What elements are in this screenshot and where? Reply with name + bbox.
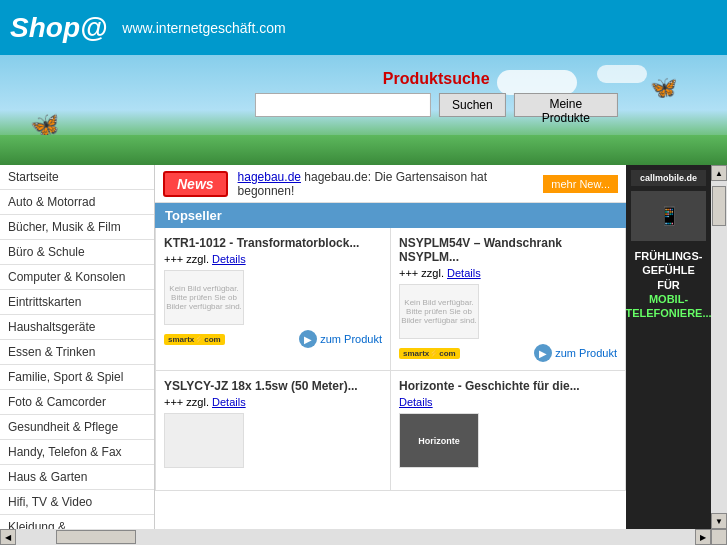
scroll-thumb[interactable]	[712, 186, 726, 226]
product-title-3: YSLYCY-JZ 18x 1.5sw (50 Meter)...	[164, 379, 382, 393]
my-products-button[interactable]: Meine Produkte	[514, 93, 618, 117]
hscroll-left-arrow[interactable]: ◀	[0, 529, 16, 545]
sidebar-item-kleidung[interactable]: Kleidung &	[0, 515, 154, 529]
smartx-badge-1: smartx⚡com	[164, 334, 225, 345]
product-bottom-2: smartx⚡com ▶ zum Produkt	[399, 344, 617, 362]
search-bar: Produktsuche Suchen Meine Produkte	[254, 70, 618, 117]
hscroll-thumb[interactable]	[56, 530, 136, 544]
product-title-1: KTR1-1012 - Transformatorblock...	[164, 236, 382, 250]
vertical-scrollbar: ▲ ▼	[711, 165, 727, 529]
product-detail-link-2[interactable]: Details	[447, 267, 481, 279]
page-outer: Shop@ www.internetgeschäft.com 🦋 🦋 Produ…	[0, 0, 727, 545]
sidebar-item-eintrittskarten[interactable]: Eintrittskarten	[0, 290, 154, 315]
sidebar-item-hifi[interactable]: Hifi, TV & Video	[0, 490, 154, 515]
search-button[interactable]: Suchen	[439, 93, 506, 117]
ad-image: 📱	[631, 191, 706, 241]
product-img-2: Kein Bild verfügbar.Bitte prüfen Sie obB…	[399, 284, 479, 339]
search-row: Suchen Meine Produkte	[254, 93, 618, 117]
callmobile-header[interactable]: callmobile.de	[631, 170, 706, 186]
sidebar-item-startseite[interactable]: Startseite	[0, 165, 154, 190]
scroll-down-arrow[interactable]: ▼	[711, 513, 727, 529]
product-subtext-1: +++ zzgl. Details	[164, 253, 382, 265]
arrow-circle-1: ▶	[299, 330, 317, 348]
scroll-corner	[711, 529, 727, 545]
product-detail-link-3[interactable]: Details	[212, 396, 246, 408]
product-subtext-3: +++ zzgl. Details	[164, 396, 382, 408]
sidebar-item-foto[interactable]: Foto & Camcorder	[0, 390, 154, 415]
search-input[interactable]	[254, 93, 431, 117]
sidebar-item-haus[interactable]: Haus & Garten	[0, 465, 154, 490]
product-bottom-1: smartx⚡com ▶ zum Produkt	[164, 330, 382, 348]
sidebar-item-familie[interactable]: Familie, Sport & Spiel	[0, 365, 154, 390]
sidebar-item-haushaltsgeraete[interactable]: Haushaltsgeräte	[0, 315, 154, 340]
ad-column: callmobile.de 📱 FRÜHLINGS- GEFÜHLE FÜR M…	[626, 165, 711, 529]
topseller-header: Topseller	[155, 203, 626, 228]
product-grid: KTR1-1012 - Transformatorblock... +++ zz…	[155, 228, 626, 491]
scroll-up-arrow[interactable]: ▲	[711, 165, 727, 181]
news-link[interactable]: hagebau.de	[238, 170, 301, 184]
zum-produkt-label-1: zum Produkt	[320, 333, 382, 345]
ad-line-4: MOBIL-	[649, 293, 688, 305]
grass	[0, 135, 727, 165]
sidebar-item-handy[interactable]: Handy, Telefon & Fax	[0, 440, 154, 465]
site-url: www.internetgeschäft.com	[122, 20, 285, 36]
zum-produkt-btn-2[interactable]: ▶ zum Produkt	[534, 344, 617, 362]
product-cell-3: YSLYCY-JZ 18x 1.5sw (50 Meter)... +++ zz…	[156, 371, 391, 491]
smartx-badge-2: smartx⚡com	[399, 348, 460, 359]
ad-line-1: FRÜHLINGS-	[635, 250, 703, 262]
sidebar-item-buero[interactable]: Büro & Schule	[0, 240, 154, 265]
sidebar-item-gesundheit[interactable]: Gesundheit & Pflege	[0, 415, 154, 440]
product-cell-1: KTR1-1012 - Transformatorblock... +++ zz…	[156, 228, 391, 371]
zum-produkt-btn-1[interactable]: ▶ zum Produkt	[299, 330, 382, 348]
product-title-2: NSYPLM54V – Wandschrank NSYPLM...	[399, 236, 617, 264]
product-detail-link-4[interactable]: Details	[399, 396, 433, 408]
sidebar-item-essen[interactable]: Essen & Trinken	[0, 340, 154, 365]
news-text: hagebau.de hagebau.de: Die Gartensaison …	[238, 170, 544, 198]
sidebar: Startseite Auto & Motorrad Bücher, Musik…	[0, 165, 155, 529]
news-badge: News	[163, 171, 228, 197]
sky-banner: 🦋 🦋 Produktsuche Suchen Meine Produkte	[0, 55, 727, 165]
ad-line-3: FÜR	[657, 279, 680, 291]
sidebar-item-computer[interactable]: Computer & Konsolen	[0, 265, 154, 290]
bottom-section: Startseite Auto & Motorrad Bücher, Musik…	[0, 165, 727, 529]
product-title-4: Horizonte - Geschichte für die...	[399, 379, 617, 393]
horizontal-scrollbar: ◀ ▶	[0, 529, 727, 545]
product-subtext-4: Details	[399, 396, 617, 408]
butterfly-right-icon: 🦋	[650, 75, 677, 101]
arrow-circle-2: ▶	[534, 344, 552, 362]
product-img-1: Kein Bild verfügbar.Bitte prüfen Sie obB…	[164, 270, 244, 325]
ad-text: FRÜHLINGS- GEFÜHLE FÜR MOBIL- TELEFONIER…	[626, 249, 711, 320]
main-content: News hagebau.de hagebau.de: Die Gartensa…	[155, 165, 626, 529]
header: Shop@ www.internetgeschäft.com	[0, 0, 727, 55]
product-subtext-2: +++ zzgl. Details	[399, 267, 617, 279]
scroll-track[interactable]	[711, 181, 727, 513]
product-img-4: Horizonte	[399, 413, 479, 468]
search-label: Produktsuche	[383, 70, 490, 88]
product-img-3	[164, 413, 244, 468]
product-detail-link-1[interactable]: Details	[212, 253, 246, 265]
product-cell-4: Horizonte - Geschichte für die... Detail…	[391, 371, 626, 491]
logo: Shop@	[10, 12, 107, 44]
zum-produkt-label-2: zum Produkt	[555, 347, 617, 359]
ad-line-2: GEFÜHLE	[642, 264, 695, 276]
sidebar-item-auto[interactable]: Auto & Motorrad	[0, 190, 154, 215]
ad-line-5: TELEFONIERE...	[626, 307, 711, 319]
hscroll-right-arrow[interactable]: ▶	[695, 529, 711, 545]
product-cell-2: NSYPLM54V – Wandschrank NSYPLM... +++ zz…	[391, 228, 626, 371]
news-bar: News hagebau.de hagebau.de: Die Gartensa…	[155, 165, 626, 203]
sidebar-item-buecher[interactable]: Bücher, Musik & Film	[0, 215, 154, 240]
mehr-news-button[interactable]: mehr New...	[543, 175, 618, 193]
left-right: Startseite Auto & Motorrad Bücher, Musik…	[0, 165, 711, 529]
hscroll-track[interactable]	[16, 529, 695, 545]
